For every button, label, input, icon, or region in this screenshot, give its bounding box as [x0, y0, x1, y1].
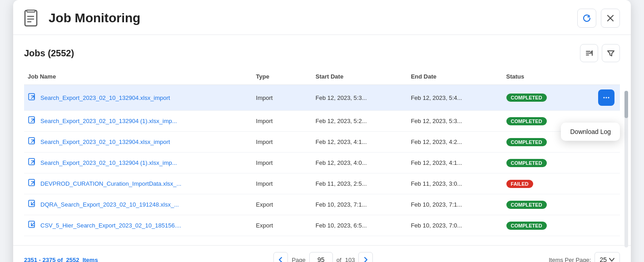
- svg-line-20: [31, 161, 34, 163]
- row-action-button[interactable]: [598, 89, 614, 106]
- prev-page-button[interactable]: [273, 252, 288, 262]
- ipp-value: 25: [599, 256, 607, 262]
- items-label: Items: [83, 257, 98, 262]
- import-icon: [28, 157, 37, 168]
- scrollbar-thumb[interactable]: [624, 91, 628, 118]
- svg-line-18: [31, 140, 34, 143]
- total-pages: 103: [345, 257, 355, 262]
- svg-point-12: [604, 97, 605, 99]
- svg-rect-1: [27, 10, 35, 12]
- table-row[interactable]: Search_Export_2023_02_10_132904.xlsx_imp…: [24, 85, 620, 111]
- jobs-table: Job Name Type Start Date End Date Status…: [24, 69, 620, 236]
- filter-button[interactable]: [602, 44, 620, 62]
- job-name-cell: CSV_5_Hier_Search_Export_2023_02_10_1851…: [24, 215, 251, 236]
- job-name-link[interactable]: DQRA_Search_Export_2023_02_10_191248.xls…: [40, 201, 179, 208]
- job-action-cell: [572, 173, 620, 194]
- col-start-date: Start Date: [310, 69, 406, 85]
- job-status-cell: COMPLETED: [501, 194, 572, 215]
- col-end-date: End Date: [406, 69, 501, 85]
- job-start-date-cell: Feb 10, 2023, 6:5...: [310, 215, 406, 236]
- job-type-cell: Export: [251, 194, 310, 215]
- svg-line-22: [31, 182, 34, 184]
- refresh-button[interactable]: [577, 9, 596, 28]
- download-log-popover[interactable]: Download Log: [561, 123, 620, 141]
- table-row[interactable]: CSV_5_Hier_Search_Export_2023_02_10_1851…: [24, 215, 620, 236]
- job-end-date-cell: Feb 12, 2023, 5:4...: [406, 85, 501, 111]
- sort-button[interactable]: [580, 44, 598, 62]
- import-icon: [28, 136, 37, 148]
- job-status-cell: COMPLETED: [501, 153, 572, 173]
- job-action-cell: [572, 194, 620, 215]
- chevron-down-icon: [609, 257, 615, 262]
- jobs-count-title: Jobs (2552): [24, 48, 74, 59]
- next-page-button[interactable]: [358, 252, 373, 262]
- close-button[interactable]: [601, 9, 620, 28]
- job-type-cell: Export: [251, 215, 310, 236]
- total-items: 2552: [66, 257, 79, 262]
- table-row[interactable]: DQRA_Search_Export_2023_02_10_191248.xls…: [24, 194, 620, 215]
- job-name-link[interactable]: Search_Export_2023_02_10_132904.xlsx_imp…: [40, 94, 170, 101]
- pagination-info: 2351 - 2375 of 2552 Items: [24, 257, 98, 262]
- job-monitoring-modal: Job Monitoring Jobs (2552): [13, 0, 631, 262]
- job-start-date-cell: Feb 12, 2023, 5:3...: [310, 85, 406, 111]
- job-name-link[interactable]: CSV_5_Hier_Search_Export_2023_02_10_1851…: [40, 222, 181, 229]
- svg-line-11: [31, 96, 34, 99]
- pagination-controls: Page of 103: [273, 252, 373, 262]
- job-name-cell: Search_Export_2023_02_10_132904.xlsx_imp…: [24, 132, 251, 153]
- job-name-link[interactable]: Search_Export_2023_02_10_132904 (1).xlsx…: [40, 118, 177, 124]
- job-name-link[interactable]: Search_Export_2023_02_10_132904.xlsx_imp…: [40, 138, 170, 145]
- job-action-cell: [572, 215, 620, 236]
- job-name-cell: Search_Export_2023_02_10_132904 (1).xlsx…: [24, 153, 251, 173]
- svg-line-16: [31, 119, 34, 122]
- import-icon: [28, 92, 37, 104]
- job-start-date-cell: Feb 12, 2023, 4:0...: [310, 153, 406, 173]
- job-type-cell: Import: [251, 85, 310, 111]
- table-row[interactable]: Search_Export_2023_02_10_132904 (1).xlsx…: [24, 111, 620, 132]
- items-per-page-label: Items Per Page:: [549, 257, 591, 262]
- header-actions: [577, 9, 620, 28]
- status-badge: COMPLETED: [506, 117, 547, 125]
- job-start-date-cell: Feb 12, 2023, 5:2...: [310, 111, 406, 132]
- col-status: Status: [501, 69, 572, 85]
- modal-header: Job Monitoring: [13, 0, 631, 35]
- job-status-cell: COMPLETED: [501, 85, 572, 111]
- job-end-date-cell: Feb 10, 2023, 7:0...: [406, 215, 501, 236]
- svg-line-24: [31, 202, 34, 205]
- status-badge: COMPLETED: [506, 138, 547, 146]
- table-row[interactable]: Search_Export_2023_02_10_132904.xlsx_imp…: [24, 132, 620, 153]
- scrollbar-track: [624, 91, 628, 247]
- import-icon: [28, 115, 37, 127]
- job-name-cell: DQRA_Search_Export_2023_02_10_191248.xls…: [24, 194, 251, 215]
- svg-point-13: [606, 97, 607, 99]
- status-badge: COMPLETED: [506, 94, 547, 102]
- job-type-cell: Import: [251, 132, 310, 153]
- job-start-date-cell: Feb 12, 2023, 4:1...: [310, 132, 406, 153]
- page-label: Page: [292, 257, 305, 262]
- job-end-date-cell: Feb 12, 2023, 4:2...: [406, 132, 501, 153]
- job-name-cell: DEVPROD_CURATION_Curation_ImportData.xls…: [24, 173, 251, 194]
- col-actions: [572, 69, 620, 85]
- page-title: Job Monitoring: [49, 11, 140, 25]
- job-status-cell: FAILED: [501, 173, 572, 194]
- job-end-date-cell: Feb 11, 2023, 3:0...: [406, 173, 501, 194]
- download-log-label: Download Log: [570, 128, 611, 135]
- job-name-link[interactable]: Search_Export_2023_02_10_132904 (1).xlsx…: [40, 159, 177, 166]
- content-area: Jobs (2552): [13, 35, 631, 243]
- table-footer: 2351 - 2375 of 2552 Items Page of 103 It…: [13, 245, 631, 262]
- export-icon: [28, 199, 37, 210]
- items-per-page-select[interactable]: 25: [594, 252, 620, 262]
- job-name-link[interactable]: DEVPROD_CURATION_Curation_ImportData.xls…: [40, 180, 181, 187]
- items-per-page-section: Items Per Page: 25: [549, 252, 620, 262]
- import-icon: [28, 178, 37, 189]
- table-row[interactable]: DEVPROD_CURATION_Curation_ImportData.xls…: [24, 173, 620, 194]
- job-type-cell: Import: [251, 153, 310, 173]
- page-input[interactable]: [309, 252, 333, 262]
- job-start-date-cell: Feb 10, 2023, 7:1...: [310, 194, 406, 215]
- export-icon: [28, 220, 37, 231]
- job-name-cell: Search_Export_2023_02_10_132904 (1).xlsx…: [24, 111, 251, 132]
- job-end-date-cell: Feb 12, 2023, 4:1...: [406, 153, 501, 173]
- job-name-cell: Search_Export_2023_02_10_132904.xlsx_imp…: [24, 85, 251, 111]
- job-type-cell: Import: [251, 173, 310, 194]
- status-badge: FAILED: [506, 180, 533, 188]
- table-row[interactable]: Search_Export_2023_02_10_132904 (1).xlsx…: [24, 153, 620, 173]
